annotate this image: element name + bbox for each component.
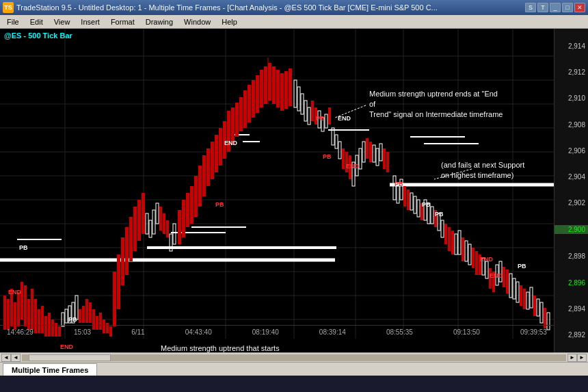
- svg-rect-90: [219, 128, 222, 166]
- svg-rect-79: [173, 224, 176, 244]
- ann-end-7: END: [490, 272, 503, 279]
- svg-rect-169: [506, 270, 509, 293]
- menu-edit[interactable]: Edit: [25, 15, 49, 28]
- price-2914: 2,914: [554, 42, 588, 50]
- menu-insert[interactable]: Insert: [75, 15, 105, 28]
- title-text: TradeStation 9.5 - Untitled Desktop: 1 -…: [16, 3, 525, 12]
- scroll-right-btn[interactable]: ►: [577, 354, 587, 362]
- btn-maximize[interactable]: □: [562, 3, 573, 12]
- svg-rect-75: [159, 207, 162, 231]
- svg-rect-49: [65, 309, 68, 323]
- menu-file[interactable]: File: [1, 15, 25, 28]
- svg-rect-37: [24, 285, 27, 326]
- svg-rect-132: [376, 148, 379, 166]
- price-2902: 2,902: [554, 199, 588, 207]
- time-0855: 08:55:35: [386, 328, 413, 336]
- svg-rect-74: [156, 203, 159, 224]
- menu-help[interactable]: Help: [216, 15, 243, 28]
- svg-rect-35: [17, 292, 20, 326]
- svg-rect-160: [475, 251, 478, 275]
- svg-rect-142: [414, 196, 416, 213]
- scroll-track[interactable]: [22, 354, 566, 361]
- chart-area: @ES - 500 Tick Bar: [0, 29, 588, 352]
- svg-rect-98: [252, 80, 255, 118]
- ann-pb-5: PB: [323, 153, 332, 160]
- svg-rect-122: [342, 148, 345, 169]
- svg-rect-106: [284, 71, 288, 109]
- svg-rect-155: [458, 231, 461, 254]
- scrollbar[interactable]: ◄ ◄ ► ►: [0, 352, 588, 362]
- menu-window[interactable]: Window: [178, 15, 216, 28]
- price-2892: 2,892: [554, 331, 588, 339]
- scroll-right-page-btn[interactable]: ►: [567, 354, 577, 362]
- svg-rect-99: [256, 75, 259, 113]
- svg-rect-56: [89, 302, 92, 323]
- svg-rect-173: [520, 285, 522, 306]
- scroll-left-page-btn[interactable]: ◄: [11, 354, 21, 362]
- annotation-uptrend-start: Medium strength uptrend that startsat Su…: [161, 343, 280, 352]
- svg-rect-100: [260, 70, 263, 107]
- svg-rect-108: [294, 80, 297, 107]
- svg-rect-176: [530, 287, 533, 308]
- svg-rect-134: [383, 148, 386, 169]
- svg-rect-129: [366, 138, 369, 159]
- price-2904: 2,904: [554, 173, 588, 181]
- svg-rect-65: [121, 237, 124, 285]
- svg-rect-63: [113, 272, 116, 326]
- time-0819: 08:19:40: [252, 328, 279, 336]
- chart-title: @ES - 500 Tick Bar: [4, 31, 72, 40]
- window-controls[interactable]: S T _ □ ✕: [525, 3, 585, 12]
- ann-end-1: END: [8, 289, 21, 296]
- svg-rect-86: [202, 155, 206, 196]
- svg-rect-85: [198, 166, 202, 207]
- svg-rect-76: [163, 213, 165, 234]
- price-2900-highlighted: 2,900: [554, 225, 588, 234]
- scroll-thumb[interactable]: [29, 354, 111, 361]
- svg-rect-141: [410, 193, 413, 210]
- btn-s[interactable]: S: [525, 3, 536, 12]
- svg-rect-102: [268, 63, 271, 101]
- time-0913: 09:13:50: [453, 328, 480, 336]
- ann-pb-8: PB: [435, 211, 444, 218]
- svg-rect-94: [235, 103, 239, 137]
- svg-rect-53: [79, 309, 81, 323]
- svg-rect-159: [472, 248, 475, 268]
- svg-rect-150: [441, 220, 444, 237]
- menu-view[interactable]: View: [49, 15, 76, 28]
- svg-rect-89: [215, 135, 218, 172]
- svg-rect-96: [243, 90, 247, 128]
- tab-multiple-time-frames[interactable]: Multiple Time Frames: [3, 363, 97, 376]
- svg-rect-105: [280, 73, 284, 111]
- btn-t[interactable]: T: [537, 3, 548, 12]
- svg-rect-135: [386, 152, 389, 172]
- menu-format[interactable]: Format: [105, 15, 140, 28]
- price-axis: 2,914 2,912 2,910 2,908 2,906 2,904 2,90…: [554, 29, 588, 352]
- svg-rect-112: [308, 107, 310, 125]
- svg-rect-36: [21, 282, 23, 319]
- ann-pb-2: PB: [68, 316, 77, 323]
- svg-rect-147: [431, 207, 433, 224]
- svg-rect-97: [248, 85, 251, 122]
- svg-rect-54: [82, 306, 85, 323]
- btn-minimize[interactable]: _: [550, 3, 561, 12]
- svg-rect-64: [117, 254, 120, 309]
- svg-rect-55: [85, 299, 88, 323]
- svg-rect-118: [328, 107, 331, 125]
- price-2908: 2,908: [554, 121, 588, 129]
- btn-close[interactable]: ✕: [574, 3, 585, 12]
- ann-end-3: END: [224, 140, 237, 146]
- ann-end-5: END: [346, 163, 359, 170]
- menu-drawing[interactable]: Drawing: [140, 15, 178, 28]
- time-1503: 15:03: [74, 328, 91, 336]
- scroll-left-btn[interactable]: ◄: [1, 354, 11, 362]
- svg-rect-120: [335, 135, 338, 148]
- price-2898: 2,898: [554, 252, 588, 260]
- svg-rect-175: [526, 292, 529, 309]
- svg-rect-39: [31, 289, 34, 330]
- svg-rect-104: [276, 70, 280, 107]
- svg-rect-68: [133, 207, 137, 251]
- ann-pb-3: PB: [215, 201, 224, 208]
- svg-rect-170: [509, 274, 512, 298]
- time-0443: 04:43:40: [185, 328, 212, 336]
- svg-rect-151: [444, 224, 447, 244]
